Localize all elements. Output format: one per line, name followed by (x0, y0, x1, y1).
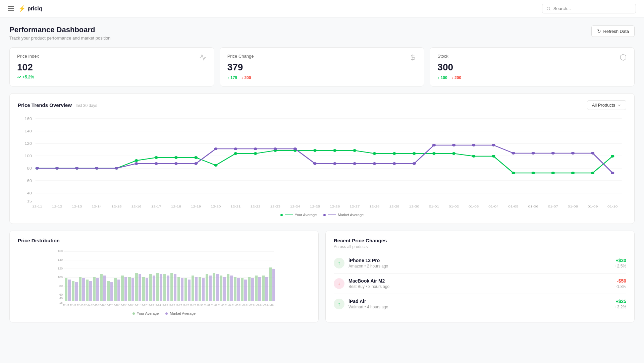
svg-rect-137 (170, 273, 173, 301)
change-item: ↑ iPhone 13 Pro Amazon • 2 hours ago +$3… (334, 253, 626, 274)
svg-rect-125 (86, 280, 89, 301)
svg-point-34 (353, 149, 357, 152)
svg-text:12-30: 12-30 (409, 204, 419, 208)
change-arrow-icon: ↓ (334, 278, 344, 289)
kpi-stock-meta: ↑ 100 ↓ 200 (437, 75, 461, 80)
menu-button[interactable] (8, 6, 14, 11)
svg-text:12-19: 12-19 (191, 204, 201, 208)
svg-text:80: 80 (59, 284, 63, 288)
svg-text:12-21: 12-21 (230, 204, 240, 208)
svg-rect-123 (72, 281, 74, 301)
svg-rect-131 (128, 277, 131, 301)
svg-text:12-30: 12-30 (197, 304, 203, 307)
svg-point-38 (432, 152, 436, 155)
svg-point-37 (412, 152, 416, 155)
svg-point-66 (392, 162, 396, 165)
svg-text:12-20: 12-20 (211, 204, 221, 208)
svg-text:01-04: 01-04 (225, 304, 231, 307)
kpi-price-change: Price Change 379 ↑ 179 ↓ 200 (220, 47, 425, 86)
svg-point-46 (591, 172, 595, 174)
svg-rect-148 (248, 277, 251, 301)
kpi-row: Price Index 102 +5.2% Price Change 379 ↑… (9, 47, 635, 86)
change-info: iPhone 13 Pro Amazon • 2 hours ago (348, 258, 388, 268)
svg-rect-146 (234, 277, 236, 301)
svg-text:12-27: 12-27 (175, 304, 182, 307)
svg-rect-157 (103, 276, 106, 301)
svg-text:12-17: 12-17 (105, 304, 111, 307)
svg-point-45 (571, 172, 575, 174)
price-distribution-card: Price Distribution 160 140 120 100 80 60… (9, 231, 319, 322)
recent-changes-subtitle: Across all products (334, 244, 626, 249)
chart-title: Price Trends Overview (18, 102, 72, 108)
kpi-price-change-icon (409, 54, 417, 63)
svg-text:12-24: 12-24 (290, 204, 300, 208)
svg-rect-154 (82, 278, 85, 301)
svg-rect-124 (79, 277, 82, 301)
svg-rect-135 (156, 273, 159, 301)
change-product-name: iPad Air (348, 299, 388, 304)
svg-rect-152 (68, 280, 71, 301)
svg-point-77 (611, 172, 614, 174)
svg-text:15: 15 (27, 199, 32, 203)
svg-point-27 (214, 164, 218, 167)
svg-rect-138 (177, 277, 180, 301)
svg-point-44 (551, 172, 555, 174)
change-amount: -$50 (616, 278, 626, 284)
change-right: +$25 +3.2% (615, 299, 626, 309)
svg-rect-160 (124, 277, 127, 301)
svg-text:40: 40 (27, 191, 32, 195)
svg-rect-178 (251, 278, 254, 301)
svg-point-62 (313, 162, 317, 165)
svg-text:60: 60 (59, 293, 63, 296)
svg-text:120: 120 (58, 267, 63, 270)
search-box[interactable] (542, 4, 636, 13)
svg-text:12-23: 12-23 (270, 204, 280, 208)
svg-text:12-16: 12-16 (131, 204, 141, 208)
svg-point-48 (36, 167, 39, 170)
dist-legend-market: Market Average (165, 311, 196, 315)
svg-point-36 (392, 152, 396, 155)
svg-rect-149 (255, 276, 258, 301)
svg-point-28 (234, 152, 237, 155)
change-product-name: MacBook Air M2 (348, 278, 389, 284)
svg-text:01-07: 01-07 (246, 304, 252, 307)
dist-dot-green (132, 312, 135, 315)
svg-text:12-12: 12-12 (70, 304, 76, 307)
svg-point-63 (333, 162, 337, 165)
refresh-button[interactable]: ↻ Refresh Data (591, 25, 635, 37)
svg-point-53 (135, 162, 138, 165)
svg-text:12-17: 12-17 (151, 204, 161, 208)
legend-dot-green (280, 214, 283, 216)
change-meta: Best Buy • 3 hours ago (348, 284, 389, 289)
kpi-price-change-meta: ↑ 179 ↓ 200 (227, 75, 254, 80)
svg-point-68 (432, 144, 436, 146)
legend-market-average: Market Average (323, 213, 364, 217)
all-products-dropdown[interactable]: All Products (587, 100, 626, 110)
kpi-stock-up: ↑ 100 (437, 75, 447, 80)
svg-point-75 (571, 152, 575, 155)
svg-text:80: 80 (27, 167, 32, 170)
svg-point-41 (492, 155, 495, 158)
svg-point-73 (531, 152, 535, 155)
svg-rect-179 (258, 277, 261, 301)
svg-text:120: 120 (24, 142, 32, 145)
svg-rect-169 (188, 280, 191, 301)
svg-text:12-26: 12-26 (330, 204, 340, 208)
svg-rect-156 (96, 278, 99, 301)
svg-text:12-21: 12-21 (133, 304, 140, 307)
change-left: ↑ iPad Air Walmart • 4 hours ago (334, 299, 388, 309)
dist-legend-your: Your Average (132, 311, 159, 315)
change-item: ↓ MacBook Air M2 Best Buy • 3 hours ago … (334, 274, 626, 294)
svg-text:01-10: 01-10 (267, 304, 273, 307)
header-left: ⚡ priciq (8, 5, 42, 12)
svg-point-59 (254, 147, 257, 150)
svg-rect-136 (163, 274, 166, 301)
svg-text:15: 15 (59, 301, 63, 304)
svg-rect-145 (227, 274, 229, 301)
price-trends-section: Price Trends Overview last 30 days All P… (9, 93, 635, 224)
change-arrow-icon: ↑ (334, 258, 344, 268)
search-input[interactable] (553, 6, 632, 11)
logo-text: priciq (28, 6, 42, 12)
change-amount: +$25 (615, 299, 626, 304)
svg-text:12-18: 12-18 (171, 204, 181, 208)
